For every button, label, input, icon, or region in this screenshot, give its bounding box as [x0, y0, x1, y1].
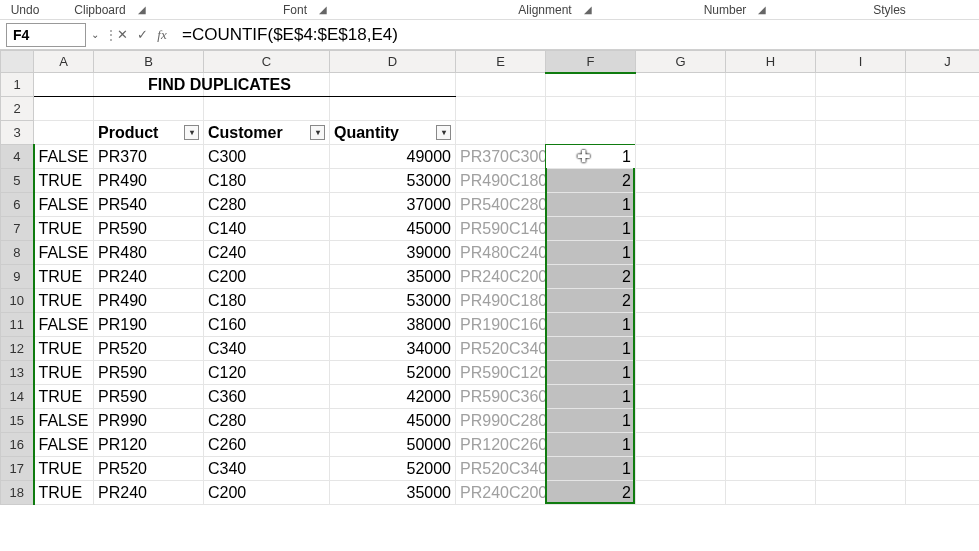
- cell-A6[interactable]: FALSE: [34, 193, 94, 217]
- ribbon-group-clipboard[interactable]: Clipboard: [70, 3, 129, 17]
- row-header-13[interactable]: 13: [1, 361, 34, 385]
- row-header-10[interactable]: 10: [1, 289, 34, 313]
- column-header-I[interactable]: I: [816, 51, 906, 73]
- cell-E6[interactable]: PR540C280: [456, 193, 546, 217]
- cell-J7[interactable]: [906, 217, 980, 241]
- cell-J4[interactable]: [906, 145, 980, 169]
- cell-F11[interactable]: 1: [546, 313, 636, 337]
- cell-H7[interactable]: [726, 217, 816, 241]
- row-header-3[interactable]: 3: [1, 121, 34, 145]
- cell-I16[interactable]: [816, 433, 906, 457]
- cell-H2[interactable]: [726, 97, 816, 121]
- cell-G8[interactable]: [636, 241, 726, 265]
- cell-D14[interactable]: 42000: [330, 385, 456, 409]
- cell-G5[interactable]: [636, 169, 726, 193]
- cell-I10[interactable]: [816, 289, 906, 313]
- row-header-8[interactable]: 8: [1, 241, 34, 265]
- cell-H13[interactable]: [726, 361, 816, 385]
- cell-I6[interactable]: [816, 193, 906, 217]
- cell-F6[interactable]: 1: [546, 193, 636, 217]
- column-header-C[interactable]: C: [204, 51, 330, 73]
- cell-F12[interactable]: 1: [546, 337, 636, 361]
- cell-I1[interactable]: [816, 73, 906, 97]
- cell-B8[interactable]: PR480: [94, 241, 204, 265]
- cell-A2[interactable]: [34, 97, 94, 121]
- cell-A11[interactable]: FALSE: [34, 313, 94, 337]
- cell-F10[interactable]: 2: [546, 289, 636, 313]
- cell-E11[interactable]: PR190C160: [456, 313, 546, 337]
- row-header-9[interactable]: 9: [1, 265, 34, 289]
- cell-C8[interactable]: C240: [204, 241, 330, 265]
- cell-H14[interactable]: [726, 385, 816, 409]
- cell-D4[interactable]: 49000: [330, 145, 456, 169]
- cell-I12[interactable]: [816, 337, 906, 361]
- cell-C4[interactable]: C300: [204, 145, 330, 169]
- cell-F5[interactable]: 2: [546, 169, 636, 193]
- cell-H15[interactable]: [726, 409, 816, 433]
- cell-I7[interactable]: [816, 217, 906, 241]
- cell-J5[interactable]: [906, 169, 980, 193]
- cell-H17[interactable]: [726, 457, 816, 481]
- cell-A4[interactable]: FALSE: [34, 145, 94, 169]
- cell-I15[interactable]: [816, 409, 906, 433]
- filter-dropdown-icon[interactable]: ▾: [310, 125, 325, 140]
- cell-G11[interactable]: [636, 313, 726, 337]
- cell-C10[interactable]: C180: [204, 289, 330, 313]
- row-header-5[interactable]: 5: [1, 169, 34, 193]
- cell-A9[interactable]: TRUE: [34, 265, 94, 289]
- cell-C2[interactable]: [204, 97, 330, 121]
- filter-dropdown-icon[interactable]: ▾: [436, 125, 451, 140]
- cell-F15[interactable]: 1: [546, 409, 636, 433]
- cell-B2[interactable]: [94, 97, 204, 121]
- cancel-formula-icon[interactable]: ✕: [112, 27, 132, 42]
- cell-A15[interactable]: FALSE: [34, 409, 94, 433]
- filter-dropdown-icon[interactable]: ▾: [184, 125, 199, 140]
- cell-F1[interactable]: [546, 73, 636, 97]
- cell-G18[interactable]: [636, 481, 726, 505]
- cell-H16[interactable]: [726, 433, 816, 457]
- cell-C7[interactable]: C140: [204, 217, 330, 241]
- cell-I18[interactable]: [816, 481, 906, 505]
- cell-B13[interactable]: PR590: [94, 361, 204, 385]
- cell-B16[interactable]: PR120: [94, 433, 204, 457]
- row-header-6[interactable]: 6: [1, 193, 34, 217]
- cell-E17[interactable]: PR520C340: [456, 457, 546, 481]
- cell-C17[interactable]: C340: [204, 457, 330, 481]
- cell-E8[interactable]: PR480C240: [456, 241, 546, 265]
- row-header-14[interactable]: 14: [1, 385, 34, 409]
- cell-D3[interactable]: Quantity▾: [330, 121, 456, 145]
- dialog-launcher-icon[interactable]: ◢: [315, 4, 331, 15]
- accept-formula-icon[interactable]: ✓: [132, 27, 152, 42]
- column-header-G[interactable]: G: [636, 51, 726, 73]
- cell-F14[interactable]: 1: [546, 385, 636, 409]
- cell-C5[interactable]: C180: [204, 169, 330, 193]
- cell-I5[interactable]: [816, 169, 906, 193]
- cell-A7[interactable]: TRUE: [34, 217, 94, 241]
- cell-H4[interactable]: [726, 145, 816, 169]
- cell-A17[interactable]: TRUE: [34, 457, 94, 481]
- cell-F2[interactable]: [546, 97, 636, 121]
- cell-G10[interactable]: [636, 289, 726, 313]
- cell-E13[interactable]: PR590C120: [456, 361, 546, 385]
- cell-G16[interactable]: [636, 433, 726, 457]
- cell-B17[interactable]: PR520: [94, 457, 204, 481]
- cell-C11[interactable]: C160: [204, 313, 330, 337]
- cell-J3[interactable]: [906, 121, 980, 145]
- cell-G1[interactable]: [636, 73, 726, 97]
- cell-D8[interactable]: 39000: [330, 241, 456, 265]
- cell-E12[interactable]: PR520C340: [456, 337, 546, 361]
- cell-D16[interactable]: 50000: [330, 433, 456, 457]
- cell-E14[interactable]: PR590C360: [456, 385, 546, 409]
- cell-D7[interactable]: 45000: [330, 217, 456, 241]
- cell-G9[interactable]: [636, 265, 726, 289]
- cell-G3[interactable]: [636, 121, 726, 145]
- cell-G6[interactable]: [636, 193, 726, 217]
- cell-A12[interactable]: TRUE: [34, 337, 94, 361]
- cell-J13[interactable]: [906, 361, 980, 385]
- column-header-J[interactable]: J: [906, 51, 980, 73]
- dialog-launcher-icon[interactable]: ◢: [754, 4, 770, 15]
- cell-J9[interactable]: [906, 265, 980, 289]
- cell-C18[interactable]: C200: [204, 481, 330, 505]
- cell-A3[interactable]: [34, 121, 94, 145]
- cell-B7[interactable]: PR590: [94, 217, 204, 241]
